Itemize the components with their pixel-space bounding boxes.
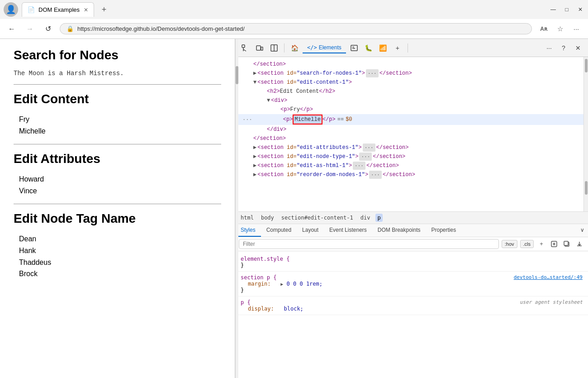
dom-line[interactable]: ▼ <section id="edit-content-1" > [235,78,583,87]
export-style-button[interactable] [574,239,584,249]
webpage-scroll-handle[interactable] [236,66,238,84]
dom-tag: <section [257,69,284,77]
dom-scroll-handle-top[interactable] [585,59,588,72]
section2-item-1: Michelle [19,125,221,137]
style-selector: section p { [241,274,276,281]
dom-line[interactable]: </section> [235,60,583,69]
expand-icon[interactable]: ▼ [253,78,256,86]
dom-line[interactable]: ▶ <section id="reorder-dom-nodes-1" > ··… [235,170,583,179]
bugs-tab-button[interactable]: 🐛 [362,42,375,54]
dom-line[interactable]: </div> [235,125,583,134]
dom-tree[interactable]: </section> ▶ <section id="search-for-nod… [235,57,583,211]
dom-tag: <section [257,171,284,179]
styles-panel: Styles Computed Layout Event Listeners D… [235,224,588,378]
add-style-button[interactable]: + [536,239,546,249]
devtools-close-button[interactable]: ✕ [572,42,584,54]
triangle-icon[interactable]: ▶ [280,282,283,287]
styles-filter-input[interactable] [239,239,499,249]
panel-layout-button[interactable] [268,42,280,54]
new-tab-button[interactable]: + [98,3,110,16]
dom-tree-scrollbar[interactable] [583,57,588,211]
webpage-scrollbar[interactable] [235,39,238,378]
dom-line[interactable]: ▶ <section id="edit-as-html-1" > ··· </s… [235,161,583,170]
dom-tag: </div> [267,125,286,134]
dom-tag: </section> [376,144,409,152]
breadcrumb-html[interactable]: html [239,214,256,222]
breadcrumb-section[interactable]: section#edit-content-1 [280,214,355,222]
dom-tag: </h2> [319,87,335,96]
dom-line[interactable]: ▶ <section id="edit-node-type-1" > ··· <… [235,152,583,161]
elements-tab[interactable]: </> Elements [303,43,346,53]
expand-icon[interactable]: ▶ [253,153,256,161]
collapsed-dots[interactable]: ··· [366,69,379,77]
force-style-button[interactable] [549,239,559,249]
dom-line[interactable]: </section> [235,134,583,143]
home-button[interactable]: 🏠 [288,42,301,54]
elements-tab-icon: </> [307,44,317,51]
hov-button[interactable]: :hov [502,240,517,248]
url-bar[interactable]: 🔒 https://microsoftedge.github.io/Demos/… [60,23,532,34]
dom-text: Edit Content [280,87,319,96]
style-source-link[interactable]: devtools-do…started/:49 [514,274,583,280]
layout-tab[interactable]: Layout [297,224,324,237]
console-tab-button[interactable] [348,42,360,54]
cls-button[interactable]: .cls [520,240,534,248]
maximize-button[interactable]: □ [563,5,571,14]
collapsed-dots[interactable]: ··· [353,162,365,170]
dom-tag: </section> [383,171,415,179]
profile-icon[interactable]: 👤 [4,2,18,17]
styles-tab[interactable]: Styles [235,224,261,237]
add-tab-button[interactable]: + [391,42,404,54]
styles-more-button[interactable]: ∨ [577,224,588,237]
expand-icon[interactable]: ▶ [253,162,256,170]
dom-tag: </section> [373,153,405,161]
refresh-button[interactable]: ↺ [42,23,54,35]
svg-rect-7 [351,45,357,51]
dom-line-selected[interactable]: ··· <p> Michelle </p> == $0 [235,114,583,125]
styles-filter-bar: :hov .cls + [235,237,588,251]
help-button[interactable]: ? [557,42,570,54]
dom-scroll-handle-bottom[interactable] [585,181,588,195]
expand-icon[interactable]: ▼ [267,96,270,105]
collapsed-dots[interactable]: ··· [363,144,375,152]
tab-close-icon[interactable]: ✕ [84,7,88,13]
computed-tab[interactable]: Computed [261,224,297,237]
dom-and-styles: </section> ▶ <section id="search-for-nod… [235,57,588,378]
section1-text: The Moon is a Harsh Mistress. [14,70,221,77]
dom-line[interactable]: ▼ <div> [235,96,583,105]
collapsed-dots[interactable]: ··· [369,171,382,179]
more-button[interactable]: ··· [570,23,583,35]
breadcrumb-body[interactable]: body [259,214,276,222]
properties-tab[interactable]: Properties [426,224,462,237]
svg-rect-0 [242,45,245,48]
back-button[interactable]: ← [5,23,18,35]
browser-tab[interactable]: 📄 DOM Examples ✕ [22,2,94,17]
more-tools-button[interactable]: ··· [543,42,555,54]
expand-icon[interactable]: ▶ [253,171,256,179]
event-listeners-tab[interactable]: Event Listeners [324,224,372,237]
expand-icon[interactable]: ▶ [253,69,256,77]
breadcrumb-div[interactable]: div [359,214,372,222]
expand-icon[interactable]: ▶ [253,144,256,152]
close-button[interactable]: ✕ [576,5,584,14]
minimize-button[interactable]: — [549,5,557,14]
collapsed-dots[interactable]: ··· [359,153,372,161]
favorites-button[interactable]: ☆ [554,23,566,35]
dom-attr: id= [287,162,297,170]
dom-line[interactable]: ▶ <section id="edit-attributes-1" > ··· … [235,143,583,152]
dom-line[interactable]: <h2> Edit Content </h2> [235,87,583,96]
read-aloud-button[interactable]: Aʀ [537,23,550,35]
dom-attr: id= [287,144,297,152]
dom-breakpoints-tab[interactable]: DOM Breakpoints [372,224,426,237]
dom-line[interactable]: ▶ <section id="search-for-nodes-1" > ···… [235,69,583,78]
forward-button[interactable]: → [24,23,36,35]
section-p-rule: section p { devtools-do…started/:49 marg… [235,272,588,297]
network-tab-button[interactable]: 📶 [377,42,389,54]
dom-tag: <p> [283,115,293,124]
breadcrumb-p[interactable]: p [375,214,382,222]
inspect-element-button[interactable] [239,42,251,54]
copy-style-button[interactable] [562,239,572,249]
dom-line[interactable]: <p> Fry </p> [235,105,583,114]
tab-title: DOM Examples [38,6,80,13]
device-emulation-button[interactable] [253,42,266,54]
